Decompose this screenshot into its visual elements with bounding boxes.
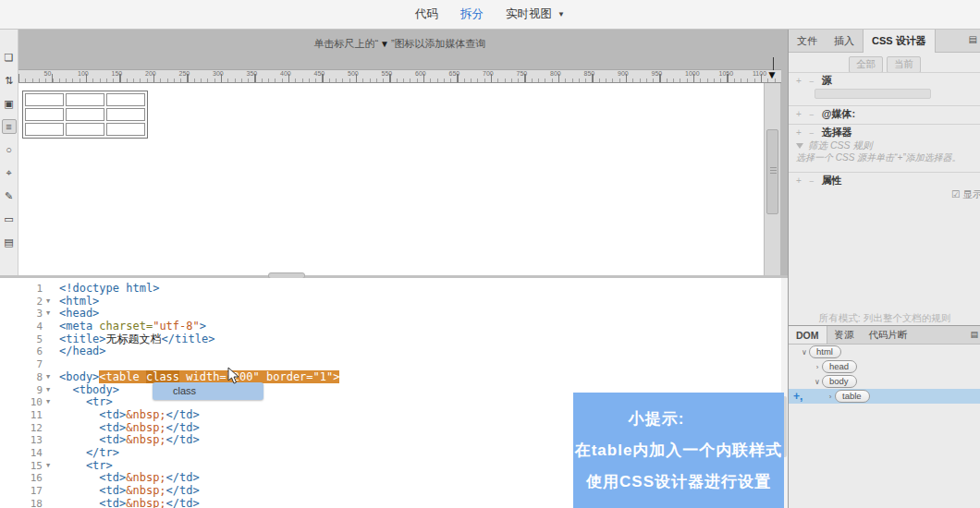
code-text: <tbody> [59, 384, 119, 397]
panel-badge-icon[interactable]: ▣ [2, 96, 17, 111]
design-scrollbar-thumb[interactable] [766, 129, 778, 214]
dom-tab-bar: DOM资源代码片断 [789, 326, 980, 345]
dom-node-pill[interactable]: table [835, 390, 870, 403]
code-line[interactable]: 1<!doctype html> [0, 283, 788, 296]
code-line[interactable]: 3▼<head> [0, 308, 788, 321]
dom-tree-item-body[interactable]: ∨body [789, 374, 980, 389]
code-line[interactable]: 4<meta charset="utf-8"> [0, 321, 788, 333]
design-view: 单击标尺上的“ ▼ ”图标以添加媒体查询 5010015020025030035… [18, 30, 781, 275]
filter-label: 筛选 CSS 规则 [808, 139, 872, 152]
horizontal-ruler[interactable]: 5010015020025030035040045050055060065070… [18, 69, 781, 83]
code-line[interactable]: 8▼<body><table class width="200" border=… [0, 371, 788, 384]
panel-tab-插入[interactable]: 插入 [826, 30, 863, 52]
filter-css-rules[interactable]: 筛选 CSS 规则 [796, 139, 872, 152]
current-button[interactable]: 当前 [887, 56, 921, 73]
target-icon[interactable]: ⌖ [2, 165, 17, 180]
code-line[interactable]: 6</head> [0, 345, 788, 358]
remove-source-button[interactable]: － [807, 75, 816, 88]
dom-tree-item-table[interactable]: +,›table [789, 389, 980, 404]
live-view-button[interactable]: 实时视图 ▼ [506, 6, 565, 22]
dom-panel-menu-icon[interactable]: ▤ [970, 330, 978, 339]
code-token: <td> [59, 471, 126, 484]
dom-node-pill[interactable]: head [822, 360, 857, 373]
show-set-checkbox[interactable]: ☑ 显示集 [951, 188, 980, 201]
dom-node-pill[interactable]: html [809, 345, 841, 358]
sources-label: 源 [822, 74, 832, 88]
circle-icon[interactable]: ○ [2, 142, 17, 157]
table-cell[interactable] [25, 108, 64, 121]
code-token: </td> [166, 408, 200, 421]
code-line[interactable]: 7 [0, 358, 788, 371]
table-cell[interactable] [66, 93, 104, 106]
design-scrollbar[interactable] [764, 83, 780, 275]
split-view-button[interactable]: 拆分 [460, 6, 484, 22]
tree-caret-icon[interactable]: ∨ [800, 348, 809, 357]
line-number: 10 [0, 396, 43, 409]
fold-arrow-icon[interactable]: ▼ [46, 396, 55, 409]
add-selector-button[interactable]: + [796, 127, 802, 138]
all-button[interactable]: 全部 [849, 56, 883, 73]
add-media-button[interactable]: + [796, 109, 802, 119]
code-token: class [146, 370, 179, 383]
code-token: </td> [166, 471, 200, 484]
table-cell[interactable] [106, 123, 145, 136]
table-cell[interactable] [66, 108, 104, 121]
code-line[interactable]: 2▼<html> [0, 296, 788, 308]
dom-node-pill[interactable]: body [822, 375, 857, 388]
dom-tab-dom[interactable]: DOM [789, 326, 827, 344]
code-token: <body> [59, 370, 99, 383]
table-cell[interactable] [25, 93, 64, 106]
panel-tab-css设计器[interactable]: CSS 设计器 [863, 30, 936, 53]
code-token: </head> [59, 345, 106, 357]
code-token: charset= [99, 320, 153, 333]
tip-line: 使用CSS设计器进行设置 [573, 466, 784, 498]
tree-caret-icon[interactable]: ∨ [813, 378, 822, 386]
format-lines-icon[interactable]: ≡ [2, 119, 17, 134]
line-number: 2 [0, 296, 43, 308]
table-cell[interactable] [66, 123, 104, 136]
add-property-button[interactable]: + [796, 175, 802, 186]
fold-arrow-icon[interactable]: ▼ [46, 384, 55, 397]
table-cell[interactable] [25, 123, 64, 136]
design-canvas[interactable] [18, 83, 764, 275]
tree-caret-icon[interactable]: › [826, 393, 835, 401]
ruler-tick-label: 50 [44, 70, 52, 77]
file-icon[interactable]: ❏ [2, 50, 17, 65]
panel-menu-icon[interactable]: ▤ [969, 34, 977, 44]
live-view-toolbar: ❏⇅▣≡○⌖✎▭▤ [0, 30, 18, 275]
sort-icon[interactable]: ⇅ [2, 73, 17, 88]
ruler-tick-label: 650 [449, 70, 460, 77]
chevron-down-icon[interactable]: ▼ [557, 10, 565, 18]
fold-arrow-icon[interactable]: ▼ [46, 296, 55, 308]
code-hint-tooltip[interactable]: class [153, 382, 263, 400]
fold-arrow-icon[interactable]: ▼ [46, 308, 55, 321]
code-line[interactable]: 5<title>无标题文档</title> [0, 333, 788, 346]
media-query-marker-icon[interactable]: ▼ [766, 68, 778, 81]
comment-icon[interactable]: ▭ [2, 212, 17, 226]
fold-arrow-icon[interactable]: ▼ [46, 460, 55, 473]
add-source-button[interactable]: + [796, 76, 802, 86]
fold-arrow-icon[interactable]: ▼ [46, 371, 55, 384]
media-query-banner: 单击标尺上的“ ▼ ”图标以添加媒体查询 [18, 30, 781, 57]
selector-hint-text: 选择一个 CSS 源并单击“+”添加选择器。 [796, 151, 962, 164]
checkbox-icon[interactable]: ☑ [951, 188, 960, 200]
pencil-icon[interactable]: ✎ [2, 188, 17, 203]
remove-property-button[interactable]: － [807, 175, 816, 187]
design-table[interactable] [22, 91, 148, 139]
show-set-label: 显示集 [962, 188, 980, 200]
remove-media-button[interactable]: － [807, 108, 816, 121]
dom-tab-资源[interactable]: 资源 [827, 326, 862, 344]
code-token: <meta [59, 320, 99, 333]
tree-caret-icon[interactable]: › [813, 363, 822, 371]
dom-tree-item-html[interactable]: ∨html [789, 345, 980, 359]
dom-tab-代码片断[interactable]: 代码片断 [862, 326, 915, 344]
add-element-button[interactable]: +, [793, 390, 802, 403]
remove-selector-button[interactable]: － [807, 127, 816, 139]
dom-tree-item-head[interactable]: ›head [789, 359, 980, 374]
tip-line: 在table内加入一个内联样式 [573, 435, 784, 466]
code-view-button[interactable]: 代码 [415, 6, 438, 22]
panel-rows-icon[interactable]: ▤ [2, 235, 17, 249]
table-cell[interactable] [106, 93, 145, 106]
table-cell[interactable] [106, 108, 145, 121]
panel-tab-文件[interactable]: 文件 [789, 30, 826, 52]
